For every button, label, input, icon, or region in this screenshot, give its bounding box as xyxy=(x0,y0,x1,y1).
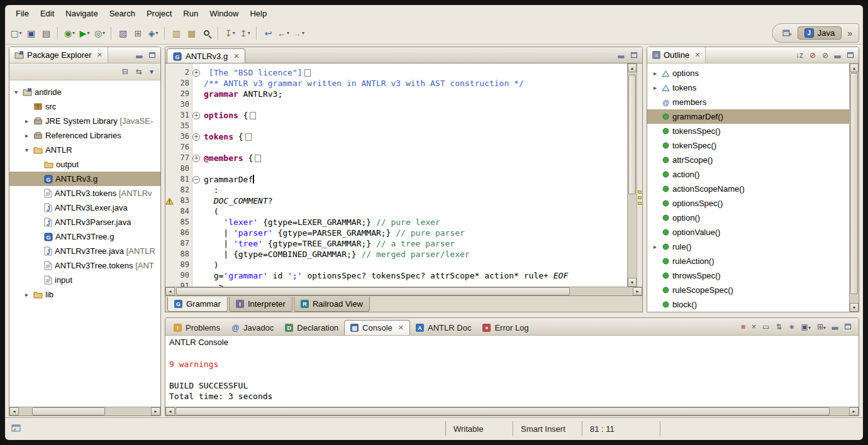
open-console-icon[interactable]: ⊞▾ xyxy=(815,322,828,332)
tree-item-antlrv3-g[interactable]: GANTLRv3.g xyxy=(9,172,160,186)
folded-region-box[interactable] xyxy=(304,69,311,77)
warning-marker[interactable] xyxy=(638,202,642,205)
view-tab-error-log[interactable]: ×Error Log xyxy=(477,321,534,335)
outline-item-optionsspec[interactable]: optionsSpec() xyxy=(647,196,859,211)
outline-item-option[interactable]: option() xyxy=(647,211,859,225)
outline-item-optionvalue[interactable]: optionValue() xyxy=(647,225,859,239)
view-tab-console[interactable]: ▥Console✕ xyxy=(344,320,410,335)
perspective-overflow-chevron[interactable]: » xyxy=(846,28,852,38)
code-line[interactable]: 76 xyxy=(165,142,642,153)
folded-region-box[interactable] xyxy=(245,133,252,141)
outline-item-actionscopename[interactable]: actionScopeName() xyxy=(647,182,859,196)
code-line[interactable]: 31+options { xyxy=(165,110,642,121)
back-button[interactable]: ←▾ xyxy=(276,26,291,41)
code-line[interactable]: 36+tokens { xyxy=(165,131,642,142)
menu-search[interactable]: Search xyxy=(104,6,141,21)
collapsed-arrow-icon[interactable]: ▸ xyxy=(23,291,31,298)
package-explorer-tree[interactable]: ▾antlridesrc▸JRE System Library [JavaSE-… xyxy=(9,80,160,407)
tree-item-antlrv3parser-java[interactable]: JANTLRv3Parser.java xyxy=(9,215,160,229)
scroll-track[interactable] xyxy=(628,72,637,278)
overview-ruler[interactable] xyxy=(637,63,642,287)
code-line[interactable]: 81−grammarDef xyxy=(165,174,642,185)
scroll-left-icon[interactable]: ◂ xyxy=(165,407,175,415)
code-line[interactable]: 83 DOC_COMMENT? xyxy=(165,195,642,206)
hide-actions-icon[interactable]: ⊘ xyxy=(808,50,818,60)
scroll-thumb[interactable] xyxy=(32,407,105,415)
new-java-project-button[interactable]: ▧ xyxy=(116,26,130,41)
clear-console-icon[interactable]: ▭ xyxy=(760,322,771,332)
code-line[interactable]: 28/** ANTLR v3 grammar written in ANTLR … xyxy=(165,78,642,89)
editor-vscrollbar[interactable]: ▴ ▾ xyxy=(627,63,637,287)
dropdown-arrow-icon[interactable]: ▾ xyxy=(87,30,89,36)
code-line[interactable]: 30 xyxy=(165,99,642,110)
code-line[interactable]: 82 : xyxy=(165,185,642,195)
tree-item-antlrv3tree-g[interactable]: GANTLRv3Tree.g xyxy=(9,229,160,244)
outline-item-tokens[interactable]: ▸tokens xyxy=(647,80,859,95)
tree-item-src[interactable]: src xyxy=(9,99,160,114)
last-edit-location-button[interactable]: ↩ xyxy=(261,26,275,41)
menu-window[interactable]: Window xyxy=(204,6,244,21)
tree-item-input[interactable]: input xyxy=(9,273,160,287)
scroll-thumb[interactable] xyxy=(850,73,858,294)
dropdown-arrow-icon[interactable]: ▾ xyxy=(103,30,105,36)
view-tab-problems[interactable]: !Problems xyxy=(168,321,226,335)
tree-item-jre-system-library[interactable]: ▸JRE System Library [JavaSE- xyxy=(9,114,160,128)
menu-file[interactable]: File xyxy=(10,6,35,21)
maximize-button[interactable] xyxy=(845,51,855,59)
open-resource-button[interactable]: ▦ xyxy=(184,26,199,41)
code-line[interactable]: 87 | 'tree' {gtype=TREE_GRAMMAR;} // a t… xyxy=(165,238,642,249)
console-output[interactable]: ANTLR Console 9 warnings BUILD SUCCESSFU… xyxy=(165,336,859,407)
scroll-track[interactable] xyxy=(175,287,633,295)
package-explorer-tab[interactable]: Package Explorer ✕ xyxy=(9,47,108,63)
pin-console-icon[interactable]: ∗ xyxy=(787,322,797,332)
tree-item-output[interactable]: output xyxy=(9,157,160,172)
editor-tab-antlrv3g[interactable]: G ANTLRv3.g ✕ xyxy=(167,48,245,63)
dropdown-arrow-icon[interactable]: ▾ xyxy=(155,30,158,36)
fold-toggle-icon[interactable]: + xyxy=(191,131,201,142)
outline-item-options[interactable]: ▸options xyxy=(647,66,859,80)
fold-toggle-icon[interactable]: − xyxy=(191,174,201,185)
tree-item-antlride[interactable]: ▾antlride xyxy=(9,85,160,99)
dropdown-arrow-icon[interactable]: ▾ xyxy=(72,30,75,36)
tree-item-antlrv3tree-tokens[interactable]: ANTLRv3Tree.tokens [ANT xyxy=(9,258,160,273)
search-button[interactable] xyxy=(199,26,214,41)
scroll-track[interactable] xyxy=(850,72,859,303)
collapse-all-icon[interactable]: ⊟ xyxy=(120,67,130,77)
outline-item-block[interactable]: block() xyxy=(647,297,859,312)
view-tab-declaration[interactable]: DDeclaration xyxy=(279,321,344,335)
open-perspective-button[interactable]: + xyxy=(781,28,793,38)
outline-item-attrscope[interactable]: attrScope() xyxy=(647,153,859,167)
menu-edit[interactable]: Edit xyxy=(35,6,60,21)
collapsed-arrow-icon[interactable]: ▸ xyxy=(651,243,659,250)
new-wizard-button[interactable]: ▢▾ xyxy=(9,26,23,41)
scroll-up-icon[interactable]: ▴ xyxy=(628,63,637,72)
hide-tokens-icon[interactable]: ⊘ xyxy=(820,50,830,60)
menu-run[interactable]: Run xyxy=(177,6,204,21)
scroll-down-icon[interactable]: ▾ xyxy=(850,303,859,312)
editor-code[interactable]: 2+ [The "BSD licence"]28/** ANTLR v3 gra… xyxy=(165,63,642,287)
menu-project[interactable]: Project xyxy=(141,6,177,21)
console-hscrollbar[interactable]: ◂ ▸ xyxy=(165,407,859,415)
outline-item-tokensspec[interactable]: tokensSpec() xyxy=(647,124,859,138)
warning-marker[interactable] xyxy=(638,190,642,194)
tree-item-referenced-libraries[interactable]: ▸Referenced Libraries xyxy=(9,128,160,143)
close-view-icon[interactable]: ✕ xyxy=(398,324,404,332)
outline-tree[interactable]: ▸options▸tokens@membersgrammarDef()token… xyxy=(647,63,859,312)
fold-toggle-icon[interactable]: + xyxy=(191,153,201,163)
save-button[interactable]: ▣ xyxy=(24,26,38,41)
tree-item-antlrv3tree-java[interactable]: JANTLRv3Tree.java [ANTLR xyxy=(9,244,160,258)
menu-help[interactable]: Help xyxy=(244,6,272,21)
scroll-track[interactable] xyxy=(175,407,849,415)
minimize-button[interactable] xyxy=(616,51,626,59)
expanded-arrow-icon[interactable]: ▾ xyxy=(23,146,31,153)
external-tools-button[interactable]: ◎▾ xyxy=(92,26,107,41)
fold-toggle-icon[interactable]: + xyxy=(191,110,201,121)
view-tab-javadoc[interactable]: @Javadoc xyxy=(226,321,279,335)
tree-item-antlrv3lexer-java[interactable]: JANTLRv3Lexer.java xyxy=(9,201,160,215)
sort-icon[interactable]: ↓z xyxy=(794,50,805,60)
debug-button[interactable]: ◉▾ xyxy=(62,26,77,41)
collapsed-arrow-icon[interactable]: ▸ xyxy=(23,132,31,139)
scroll-thumb[interactable] xyxy=(175,407,830,415)
outline-vscrollbar[interactable]: ▴ ▾ xyxy=(849,63,859,312)
generate-code-button[interactable]: ◈▾ xyxy=(146,26,160,41)
